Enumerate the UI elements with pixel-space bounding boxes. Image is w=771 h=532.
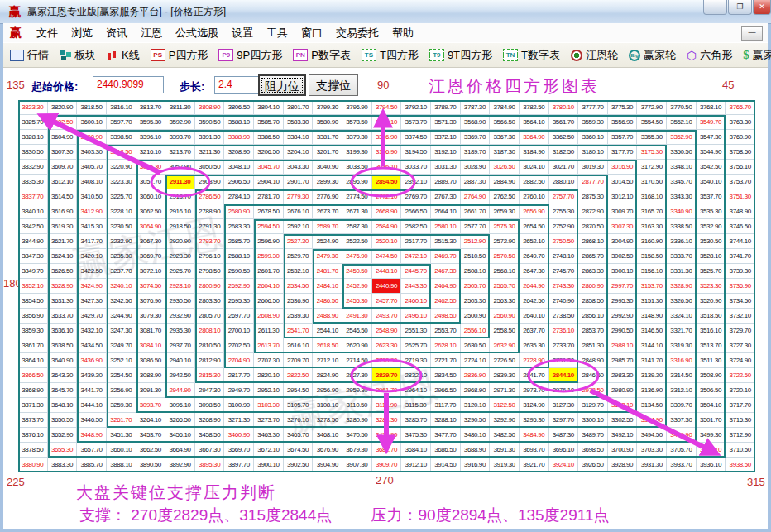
grid-cell[interactable]: 2736.10 [549, 324, 579, 338]
grid-cell[interactable]: 3806.50 [224, 100, 254, 115]
grid-cell[interactable]: 2546.50 [342, 324, 372, 338]
grid-cell[interactable]: 3115.30 [401, 398, 431, 413]
grid-cell[interactable]: 3060.10 [136, 189, 166, 204]
grid-cell[interactable]: 3811.30 [165, 100, 195, 115]
grid-cell[interactable]: 3636.10 [48, 324, 78, 338]
grid-cell[interactable]: 3552.10 [667, 115, 697, 130]
grid-cell[interactable]: 2894.50 [372, 175, 402, 189]
grid-cell[interactable]: 3924.10 [549, 458, 579, 472]
grid-cell[interactable]: 3408.10 [77, 175, 107, 189]
menu-item-工具[interactable]: 工具 [260, 25, 295, 41]
grid-cell[interactable]: 3477.70 [431, 428, 461, 443]
grid-cell[interactable]: 2848.90 [578, 353, 608, 368]
grid-cell[interactable]: 2673.70 [313, 204, 342, 219]
grid-cell[interactable]: 3405.70 [77, 160, 107, 175]
grid-cell[interactable]: 2491.30 [342, 309, 372, 324]
grid-cell[interactable]: 3151.30 [637, 294, 667, 309]
grid-cell[interactable]: 2800.90 [195, 279, 225, 294]
grid-cell[interactable]: 3696.10 [549, 443, 579, 458]
grid-cell[interactable]: 2505.70 [461, 279, 491, 294]
grid-cell[interactable]: 2781.70 [254, 189, 284, 204]
grid-cell[interactable]: 3472.90 [372, 428, 402, 443]
grid-cell[interactable]: 3120.10 [461, 398, 491, 413]
grid-cell[interactable]: 2661.70 [461, 204, 491, 219]
grid-cell[interactable]: 2884.90 [490, 175, 520, 189]
grid-cell[interactable]: 2589.70 [313, 219, 342, 234]
grid-cell[interactable]: 3624.10 [48, 249, 78, 264]
grid-cell[interactable]: 2664.10 [431, 204, 461, 219]
grid-cell[interactable]: 2820.10 [254, 368, 284, 383]
toolbar-button-P四方形[interactable]: PSP四方形 [151, 48, 208, 63]
grid-cell[interactable]: 2529.70 [284, 249, 314, 264]
grid-cell[interactable]: 3384.10 [284, 130, 314, 145]
grid-cell[interactable]: 3559.30 [578, 115, 608, 130]
grid-cell[interactable]: 2575.30 [490, 219, 520, 234]
grid-cell[interactable]: 3206.50 [254, 145, 284, 160]
grid-cell[interactable]: 2976.10 [549, 383, 579, 398]
grid-cell[interactable]: 3669.70 [224, 443, 254, 458]
grid-cell[interactable]: 2947.30 [195, 383, 225, 398]
grid-cell[interactable]: 2512.90 [461, 234, 491, 249]
grid-cell[interactable]: 3842.50 [18, 219, 48, 234]
grid-cell[interactable]: 3463.30 [254, 428, 284, 443]
grid-cell[interactable]: 3588.10 [224, 115, 254, 130]
grid-cell[interactable]: 2740.90 [549, 294, 579, 309]
grid-cell[interactable]: 3069.70 [136, 249, 166, 264]
grid-cell[interactable]: 2728.90 [520, 353, 549, 368]
grid-cell[interactable]: 3283.30 [372, 413, 402, 428]
grid-cell[interactable]: 3228.10 [107, 204, 136, 219]
grid-cell[interactable]: 3513.70 [697, 338, 726, 353]
grid-cell[interactable]: 2968.90 [461, 383, 491, 398]
grid-cell[interactable]: 2565.70 [490, 279, 520, 294]
grid-cell[interactable]: 3590.50 [195, 115, 225, 130]
grid-cell[interactable]: 3156.10 [637, 264, 667, 279]
close-button[interactable]: ✕ [753, 0, 771, 15]
grid-cell[interactable]: 2851.30 [578, 338, 608, 353]
grid-cell[interactable]: 3566.50 [490, 115, 520, 130]
grid-cell[interactable]: 3818.50 [77, 100, 107, 115]
maximize-button[interactable]: ❐ [728, 0, 752, 15]
grid-cell[interactable]: 3362.50 [549, 130, 579, 145]
grid-cell[interactable]: 3756.10 [726, 160, 755, 175]
grid-cell[interactable]: 3657.70 [77, 443, 107, 458]
grid-cell[interactable]: 2536.90 [284, 294, 314, 309]
grid-cell[interactable]: 2474.50 [372, 249, 402, 264]
grid-cell[interactable]: 3787.30 [461, 100, 491, 115]
grid-cell[interactable]: 2452.90 [342, 279, 372, 294]
grid-cell[interactable]: 3878.50 [18, 443, 48, 458]
grid-cell[interactable]: 2620.90 [342, 338, 372, 353]
grid-cell[interactable]: 2860.90 [578, 279, 608, 294]
grid-cell[interactable]: 2942.50 [165, 368, 195, 383]
grid-cell[interactable]: 2752.90 [549, 219, 579, 234]
grid-cell[interactable]: 3782.50 [520, 100, 549, 115]
grid-cell[interactable]: 3367.30 [490, 130, 520, 145]
grid-cell[interactable]: 3648.10 [48, 398, 78, 413]
grid-cell[interactable]: 2750.50 [549, 234, 579, 249]
grid-cell[interactable]: 3912.10 [401, 458, 431, 472]
grid-cell[interactable]: 2630.50 [461, 338, 491, 353]
grid-cell[interactable]: 3492.10 [608, 428, 638, 443]
grid-cell[interactable]: 3446.50 [77, 413, 107, 428]
grid-cell[interactable]: 3304.90 [637, 413, 667, 428]
grid-cell[interactable]: 2990.50 [608, 324, 638, 338]
grid-cell[interactable]: 3170.50 [637, 175, 667, 189]
grid-cell[interactable]: 3333.70 [667, 249, 697, 264]
grid-cell[interactable]: 2580.10 [431, 219, 461, 234]
grid-cell[interactable]: 2796.10 [195, 249, 225, 264]
grid-cell[interactable]: 2997.70 [608, 279, 638, 294]
grid-cell[interactable]: 2899.30 [313, 175, 342, 189]
grid-cell[interactable]: 3187.30 [490, 145, 520, 160]
grid-cell[interactable]: 2870.50 [578, 219, 608, 234]
grid-cell[interactable]: 3369.70 [461, 130, 491, 145]
grid-cell[interactable]: 2455.30 [342, 294, 372, 309]
grid-cell[interactable]: 3247.30 [107, 324, 136, 338]
grid-cell[interactable]: 2971.30 [490, 383, 520, 398]
grid-cell[interactable]: 3086.50 [136, 353, 166, 368]
grid-cell[interactable]: 3139.30 [637, 368, 667, 383]
grid-cell[interactable]: 2774.50 [342, 189, 372, 204]
grid-cell[interactable]: 3444.10 [77, 398, 107, 413]
grid-cell[interactable]: 2642.50 [520, 294, 549, 309]
grid-cell[interactable]: 2920.90 [165, 234, 195, 249]
grid-cell[interactable]: 2913.70 [165, 189, 195, 204]
grid-cell[interactable]: 3314.50 [667, 368, 697, 383]
